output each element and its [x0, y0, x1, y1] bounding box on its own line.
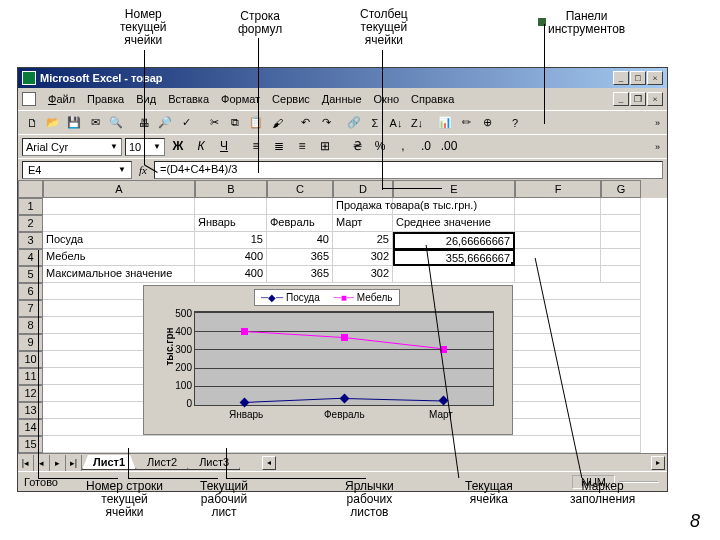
menu-edit[interactable]: Правка	[81, 91, 130, 107]
tab-nav-first[interactable]: |◂	[18, 455, 34, 471]
row-header-15[interactable]: 15	[18, 436, 43, 453]
decimal-dec-icon[interactable]: .00	[439, 137, 459, 157]
cell-E1[interactable]	[393, 198, 515, 215]
cell-F5[interactable]	[515, 266, 601, 283]
row-header-2[interactable]: 2	[18, 215, 43, 232]
row-header-11[interactable]: 11	[18, 368, 43, 385]
cell-G2[interactable]	[601, 215, 641, 232]
fill-handle[interactable]	[511, 262, 515, 266]
menu-insert[interactable]: Вставка	[162, 91, 215, 107]
row-header-9[interactable]: 9	[18, 334, 43, 351]
decimal-inc-icon[interactable]: .0	[416, 137, 436, 157]
mail-icon[interactable]: ✉	[85, 113, 105, 133]
close-button[interactable]: ×	[647, 71, 663, 85]
new-icon[interactable]: 🗋	[22, 113, 42, 133]
cell-A2[interactable]	[43, 215, 195, 232]
col-header-D[interactable]: D	[333, 180, 393, 198]
row-header-7[interactable]: 7	[18, 300, 43, 317]
cell-E5[interactable]	[393, 266, 515, 283]
cell-B4[interactable]: 400	[195, 249, 267, 266]
cell-G1[interactable]	[601, 198, 641, 215]
cell-F4[interactable]	[515, 249, 601, 266]
cell-E2[interactable]: Среднее значение	[393, 215, 515, 232]
row-header-13[interactable]: 13	[18, 402, 43, 419]
comma-icon[interactable]: ,	[393, 137, 413, 157]
row-header-14[interactable]: 14	[18, 419, 43, 436]
row-header-4[interactable]: 4	[18, 249, 43, 266]
cell-G3[interactable]	[601, 232, 641, 249]
fmt-toolbar-overflow[interactable]: »	[652, 142, 663, 152]
copy-icon[interactable]: ⧉	[225, 113, 245, 133]
open-icon[interactable]: 📂	[43, 113, 63, 133]
cell-D3[interactable]: 25	[333, 232, 393, 249]
row-header-8[interactable]: 8	[18, 317, 43, 334]
cell-C3[interactable]: 40	[267, 232, 333, 249]
row-header-3[interactable]: 3	[18, 232, 43, 249]
preview-icon[interactable]: 🔎	[155, 113, 175, 133]
tab-nav-next[interactable]: ▸	[50, 455, 66, 471]
cell-E3[interactable]: 26,66666667	[393, 232, 515, 249]
cell-C1[interactable]	[267, 198, 333, 215]
italic-button[interactable]: К	[191, 137, 211, 157]
sort-asc-icon[interactable]: A↓	[386, 113, 406, 133]
select-all-corner[interactable]	[18, 180, 43, 198]
underline-button[interactable]: Ч	[214, 137, 234, 157]
col-header-G[interactable]: G	[601, 180, 641, 198]
menu-help[interactable]: Справка	[405, 91, 460, 107]
help-icon[interactable]: ?	[505, 113, 525, 133]
col-header-E[interactable]: E	[393, 180, 515, 198]
cell-G4[interactable]	[601, 249, 641, 266]
align-left-icon[interactable]: ≡	[246, 137, 266, 157]
embedded-chart[interactable]: ─◆─ Посуда ─■─ Мебель тыс.грн 500 400 30…	[143, 285, 513, 435]
align-center-icon[interactable]: ≣	[269, 137, 289, 157]
cell-G5[interactable]	[601, 266, 641, 283]
drawing-icon[interactable]: ✏	[456, 113, 476, 133]
format-painter-icon[interactable]: 🖌	[267, 113, 287, 133]
cell-A1[interactable]	[43, 198, 195, 215]
cell-A4[interactable]: Мебель	[43, 249, 195, 266]
tab-nav-last[interactable]: ▸|	[66, 455, 82, 471]
menu-tools[interactable]: Сервис	[266, 91, 316, 107]
cell-B1[interactable]	[195, 198, 267, 215]
cell-F2[interactable]	[515, 215, 601, 232]
cell-A5[interactable]: Максимальное значение	[43, 266, 195, 283]
fx-button[interactable]: fx	[136, 164, 150, 176]
cell-D5[interactable]: 302	[333, 266, 393, 283]
name-box[interactable]: E4▼	[22, 161, 132, 179]
row-header-1[interactable]: 1	[18, 198, 43, 215]
col-header-F[interactable]: F	[515, 180, 601, 198]
font-name-select[interactable]: Arial Cyr▼	[22, 138, 122, 156]
row-header-10[interactable]: 10	[18, 351, 43, 368]
scroll-left-button[interactable]: ◂	[262, 456, 276, 470]
row-header-6[interactable]: 6	[18, 283, 43, 300]
col-header-C[interactable]: C	[267, 180, 333, 198]
currency-icon[interactable]: ₴	[347, 137, 367, 157]
cell-D4[interactable]: 302	[333, 249, 393, 266]
horizontal-scrollbar[interactable]: ◂ ▸	[260, 456, 667, 470]
cell-A3[interactable]: Посуда	[43, 232, 195, 249]
font-size-select[interactable]: 10▼	[125, 138, 165, 156]
tab-nav-prev[interactable]: ◂	[34, 455, 50, 471]
search-icon[interactable]: 🔍	[106, 113, 126, 133]
col-header-A[interactable]: A	[43, 180, 195, 198]
menu-view[interactable]: Вид	[130, 91, 162, 107]
sort-desc-icon[interactable]: Z↓	[407, 113, 427, 133]
row-header-5[interactable]: 5	[18, 266, 43, 283]
menu-window[interactable]: Окно	[368, 91, 406, 107]
cut-icon[interactable]: ✂	[204, 113, 224, 133]
zoom-icon[interactable]: ⊕	[477, 113, 497, 133]
cell-D2[interactable]: Март	[333, 215, 393, 232]
doc-close-button[interactable]: ×	[647, 92, 663, 106]
chart-icon[interactable]: 📊	[435, 113, 455, 133]
cell-B3[interactable]: 15	[195, 232, 267, 249]
doc-minimize-button[interactable]: _	[613, 92, 629, 106]
align-right-icon[interactable]: ≡	[292, 137, 312, 157]
sheet-tab-3[interactable]: Лист3	[188, 455, 240, 470]
maximize-button[interactable]: □	[630, 71, 646, 85]
menu-data[interactable]: Данные	[316, 91, 368, 107]
cell-F3[interactable]	[515, 232, 601, 249]
col-header-B[interactable]: B	[195, 180, 267, 198]
cell-E4[interactable]: 355,6666667	[393, 249, 515, 266]
cell-C4[interactable]: 365	[267, 249, 333, 266]
cell-B5[interactable]: 400	[195, 266, 267, 283]
